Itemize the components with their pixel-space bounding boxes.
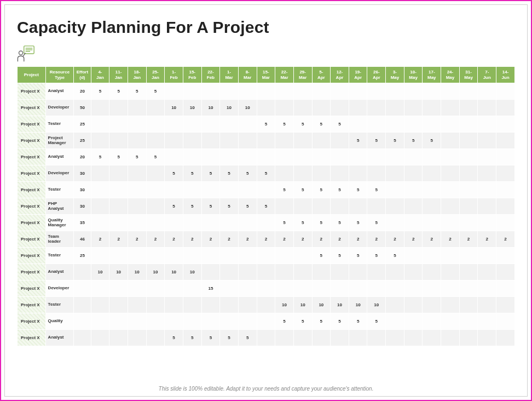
effort-cell: 30 — [74, 198, 91, 215]
allocation-cell — [220, 116, 239, 133]
allocation-cell: 2 — [109, 231, 128, 248]
allocation-cell — [404, 248, 423, 264]
allocation-cell — [478, 215, 496, 231]
allocation-cell: 5 — [349, 133, 367, 149]
allocation-cell: 2 — [146, 231, 165, 248]
allocation-cell — [496, 280, 515, 297]
allocation-cell: 5 — [349, 313, 367, 330]
allocation-cell: 10 — [128, 264, 146, 280]
allocation-cell: 2 — [183, 231, 201, 248]
allocation-cell: 5 — [367, 133, 386, 149]
allocation-cell: 5 — [275, 313, 294, 330]
allocation-cell — [183, 133, 201, 149]
header-date: 29-Mar — [293, 67, 312, 83]
allocation-cell: 10 — [183, 100, 201, 116]
project-cell: Project X — [18, 133, 46, 149]
allocation-cell: 10 — [349, 297, 367, 313]
allocation-cell — [109, 116, 128, 133]
allocation-cell — [496, 297, 515, 313]
table-row: Project XDeveloper30555555 — [18, 165, 515, 182]
allocation-cell — [257, 280, 275, 297]
allocation-cell — [349, 264, 367, 280]
allocation-cell: 5 — [257, 116, 275, 133]
allocation-cell — [404, 198, 423, 215]
allocation-cell — [91, 182, 109, 198]
allocation-cell — [441, 149, 460, 165]
allocation-cell — [275, 280, 294, 297]
allocation-cell — [109, 297, 128, 313]
allocation-cell — [441, 297, 460, 313]
allocation-cell — [128, 100, 146, 116]
allocation-cell — [183, 149, 201, 165]
allocation-cell — [441, 100, 460, 116]
allocation-cell — [293, 83, 312, 100]
allocation-cell — [478, 116, 496, 133]
allocation-cell — [478, 264, 496, 280]
allocation-cell: 10 — [165, 100, 183, 116]
allocation-cell — [459, 248, 478, 264]
allocation-cell: 2 — [257, 231, 275, 248]
project-cell: Project X — [18, 182, 46, 198]
allocation-cell — [257, 264, 275, 280]
slide-title: Capacity Planning For A Project — [17, 18, 515, 37]
allocation-cell: 5 — [293, 116, 312, 133]
allocation-cell — [183, 116, 201, 133]
allocation-cell — [165, 248, 183, 264]
allocation-cell — [367, 149, 386, 165]
project-cell: Project X — [18, 116, 46, 133]
allocation-cell: 5 — [146, 149, 165, 165]
allocation-cell — [478, 248, 496, 264]
allocation-cell — [459, 264, 478, 280]
header-date: 12-Apr — [331, 67, 349, 83]
allocation-cell — [238, 313, 257, 330]
allocation-cell — [496, 264, 515, 280]
allocation-cell — [441, 248, 460, 264]
project-cell: Project X — [18, 100, 46, 116]
project-cell: Project X — [18, 313, 46, 330]
allocation-cell — [312, 264, 331, 280]
allocation-cell: 10 — [312, 297, 331, 313]
resource-cell: PHP Analyst — [45, 198, 74, 215]
allocation-cell — [312, 330, 331, 346]
allocation-cell — [478, 100, 496, 116]
allocation-cell — [293, 133, 312, 149]
effort-cell: 30 — [74, 182, 91, 198]
allocation-cell: 5 — [312, 182, 331, 198]
allocation-cell — [349, 198, 367, 215]
allocation-cell — [349, 280, 367, 297]
allocation-cell: 10 — [238, 100, 257, 116]
header-effort: Effort (d) — [74, 67, 91, 83]
allocation-cell: 10 — [201, 100, 220, 116]
allocation-cell: 5 — [293, 182, 312, 198]
allocation-cell — [220, 83, 239, 100]
resource-cell: Developer — [45, 100, 74, 116]
allocation-cell: 2 — [201, 231, 220, 248]
allocation-cell — [293, 280, 312, 297]
allocation-cell — [109, 280, 128, 297]
resource-cell: Tester — [45, 182, 74, 198]
header-date: 22-Feb — [201, 67, 220, 83]
allocation-cell: 5 — [312, 215, 331, 231]
allocation-cell — [496, 182, 515, 198]
allocation-cell — [459, 149, 478, 165]
allocation-cell: 2 — [496, 231, 515, 248]
allocation-cell — [386, 149, 404, 165]
allocation-cell — [312, 198, 331, 215]
allocation-cell: 5 — [386, 248, 404, 264]
effort-cell: 25 — [74, 248, 91, 264]
allocation-cell: 5 — [367, 313, 386, 330]
allocation-cell — [496, 248, 515, 264]
project-cell: Project X — [18, 330, 46, 346]
allocation-cell — [146, 215, 165, 231]
allocation-cell — [331, 133, 349, 149]
project-cell: Project X — [18, 264, 46, 280]
table-row: Project XAnalyst55555 — [18, 330, 515, 346]
allocation-cell — [478, 133, 496, 149]
allocation-cell — [238, 116, 257, 133]
header-date: 25-Jan — [146, 67, 165, 83]
allocation-cell — [146, 100, 165, 116]
allocation-cell — [146, 313, 165, 330]
allocation-cell — [404, 149, 423, 165]
allocation-cell — [257, 330, 275, 346]
allocation-cell — [257, 100, 275, 116]
